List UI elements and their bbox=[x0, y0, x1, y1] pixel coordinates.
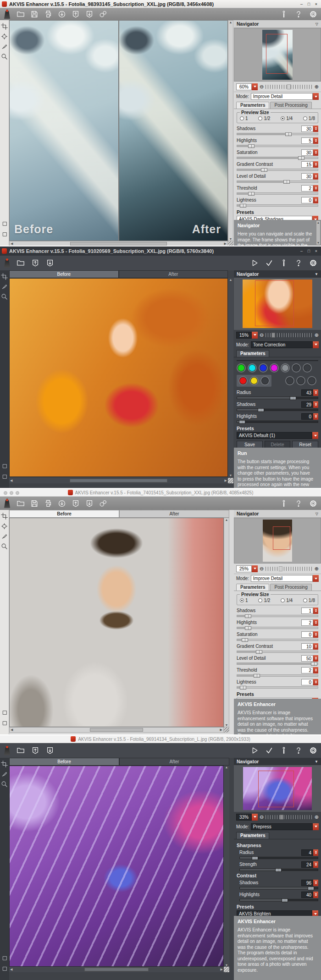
help-icon[interactable] bbox=[293, 258, 304, 268]
panel-toggle-icon[interactable] bbox=[2, 231, 8, 239]
spinner-arrows-icon[interactable] bbox=[313, 892, 318, 898]
zoom-icon[interactable] bbox=[1, 293, 8, 301]
spinner-arrows-icon[interactable] bbox=[313, 655, 318, 662]
import-icon[interactable] bbox=[30, 746, 40, 755]
param-spinner[interactable]: 2 bbox=[301, 185, 318, 192]
spinner-arrows-icon[interactable] bbox=[313, 126, 318, 132]
maximize-button[interactable]: □ bbox=[306, 1, 312, 7]
tab-before[interactable]: Before bbox=[9, 270, 119, 278]
zoom-dropdown-icon[interactable] bbox=[252, 814, 258, 821]
param-slider[interactable] bbox=[237, 181, 318, 183]
param-spinner[interactable]: 15 bbox=[301, 161, 318, 168]
spinner-arrows-icon[interactable] bbox=[313, 619, 318, 626]
vertical-scrollbar[interactable]: ▲▼ bbox=[228, 20, 233, 241]
spinner-arrows-icon[interactable] bbox=[313, 413, 318, 420]
preview-size-option-1-8[interactable]: 1/8 bbox=[303, 116, 315, 121]
param-slider[interactable] bbox=[239, 869, 318, 871]
zoom-icon[interactable] bbox=[1, 781, 8, 788]
spinner-arrows-icon[interactable] bbox=[313, 880, 318, 886]
panel-toggle-icon[interactable] bbox=[2, 709, 8, 717]
param-spinner[interactable]: 30 bbox=[301, 149, 318, 156]
panel-toggle-icon[interactable] bbox=[2, 473, 8, 482]
zoom-out-icon[interactable]: ⊖ bbox=[260, 333, 264, 338]
navigator-frame[interactable] bbox=[255, 280, 294, 326]
minimize-button[interactable] bbox=[10, 491, 13, 495]
save-icon[interactable] bbox=[29, 10, 39, 19]
title-bar[interactable]: AKVIS Enhancer v.15.5 - Fotolia_74015415… bbox=[0, 489, 321, 497]
spinner-arrows-icon[interactable] bbox=[313, 631, 318, 638]
color-circle-empty[interactable] bbox=[296, 376, 305, 385]
share-icon[interactable] bbox=[57, 10, 67, 19]
horizontal-scrollbar[interactable]: ◀▶ bbox=[9, 967, 224, 972]
color-circle[interactable] bbox=[249, 376, 259, 385]
help-icon[interactable] bbox=[293, 746, 304, 755]
spinner-arrows-icon[interactable] bbox=[313, 149, 318, 156]
preview-size-option-1-4[interactable]: 1/4 bbox=[281, 598, 293, 603]
vertical-scrollbar[interactable]: ▲▼ bbox=[224, 518, 229, 727]
panel-toggle-icon[interactable] bbox=[2, 720, 8, 728]
traffic-light-buttons[interactable] bbox=[4, 491, 19, 495]
param-spinner[interactable]: 0 bbox=[301, 679, 318, 685]
param-spinner[interactable]: 10 bbox=[301, 643, 318, 650]
minimize-button[interactable]: – bbox=[299, 1, 304, 7]
mode-dropdown[interactable]: Tone Correction bbox=[251, 341, 319, 348]
close-button[interactable]: × bbox=[313, 1, 319, 7]
zoom-out-icon[interactable]: ⊖ bbox=[260, 84, 264, 89]
brush-icon[interactable] bbox=[1, 533, 8, 540]
spinner-arrows-icon[interactable] bbox=[313, 389, 318, 396]
color-circle[interactable] bbox=[238, 376, 248, 385]
vertical-scrollbar[interactable]: ▲▼ bbox=[228, 278, 233, 477]
param-slider[interactable] bbox=[237, 204, 318, 207]
maximize-button[interactable]: □ bbox=[306, 248, 312, 254]
param-spinner[interactable]: 50 bbox=[301, 655, 318, 662]
tone-gradient-bar[interactable] bbox=[237, 360, 318, 361]
navigator-header[interactable]: Navigator ▼ bbox=[234, 758, 321, 765]
tab-after[interactable]: After bbox=[119, 270, 228, 278]
spinner-arrows-icon[interactable] bbox=[313, 861, 318, 868]
param-spinner[interactable]: 0 bbox=[301, 197, 318, 203]
color-circle[interactable] bbox=[281, 363, 290, 372]
title-bar[interactable]: AKVIS Enhancer v.15.5 - Fotolia_91020569… bbox=[0, 246, 321, 256]
zoom-slider[interactable] bbox=[266, 815, 313, 819]
panel-toggle-icon[interactable] bbox=[2, 220, 8, 229]
close-button[interactable]: × bbox=[313, 248, 319, 254]
param-slider[interactable] bbox=[237, 133, 318, 135]
horizontal-scrollbar[interactable]: ◀▶ bbox=[9, 727, 224, 733]
tab-before[interactable]: Before bbox=[9, 510, 119, 518]
zoom-out-icon[interactable]: ⊖ bbox=[260, 566, 264, 571]
navigator-frame[interactable] bbox=[266, 34, 288, 74]
tab-after[interactable]: After bbox=[119, 510, 229, 518]
navigator-thumbnail[interactable] bbox=[243, 767, 312, 810]
preview-size-option-1-4[interactable]: 1/4 bbox=[281, 116, 293, 121]
zoom-value[interactable]: 60% bbox=[236, 83, 252, 90]
save-button[interactable]: Save bbox=[237, 441, 263, 448]
zoom-in-icon[interactable]: ⊕ bbox=[315, 815, 319, 820]
param-slider[interactable] bbox=[237, 409, 318, 411]
target-icon[interactable] bbox=[1, 523, 8, 530]
spinner-arrows-icon[interactable] bbox=[313, 401, 318, 408]
crop-icon[interactable] bbox=[1, 761, 8, 768]
navigator-frame[interactable] bbox=[273, 526, 290, 550]
param-spinner[interactable]: 30 bbox=[301, 126, 318, 132]
resize-grip[interactable] bbox=[228, 241, 233, 246]
crop-icon[interactable] bbox=[1, 23, 8, 30]
param-spinner[interactable]: 0 bbox=[301, 631, 318, 638]
settings-icon[interactable] bbox=[308, 499, 318, 508]
param-slider[interactable] bbox=[237, 627, 318, 629]
title-bar[interactable]: AKVIS Enhancer v.15.5 - Fotolia_98393145… bbox=[0, 0, 321, 8]
color-circle-empty[interactable] bbox=[260, 376, 270, 385]
preview-size-option-1-2[interactable]: 1/2 bbox=[258, 598, 270, 603]
presets-dropdown[interactable]: AKVIS Dark Shadows bbox=[237, 216, 318, 220]
tab-parameters[interactable]: Parameters bbox=[236, 350, 269, 357]
color-circle[interactable] bbox=[237, 363, 246, 372]
presets-dropdown[interactable]: AKVIS Brighten bbox=[237, 910, 318, 916]
param-slider[interactable] bbox=[239, 857, 318, 859]
panel-toggle-icon[interactable] bbox=[2, 965, 8, 974]
zoom-value[interactable]: 15% bbox=[236, 332, 252, 339]
zoom-in-icon[interactable]: ⊕ bbox=[315, 84, 319, 89]
param-spinner[interactable]: 0 bbox=[301, 413, 318, 420]
zoom-slider[interactable] bbox=[266, 333, 313, 337]
mode-dropdown[interactable]: Improve Detail bbox=[251, 93, 319, 100]
brush-icon[interactable] bbox=[1, 283, 8, 290]
open-icon[interactable] bbox=[16, 499, 26, 508]
